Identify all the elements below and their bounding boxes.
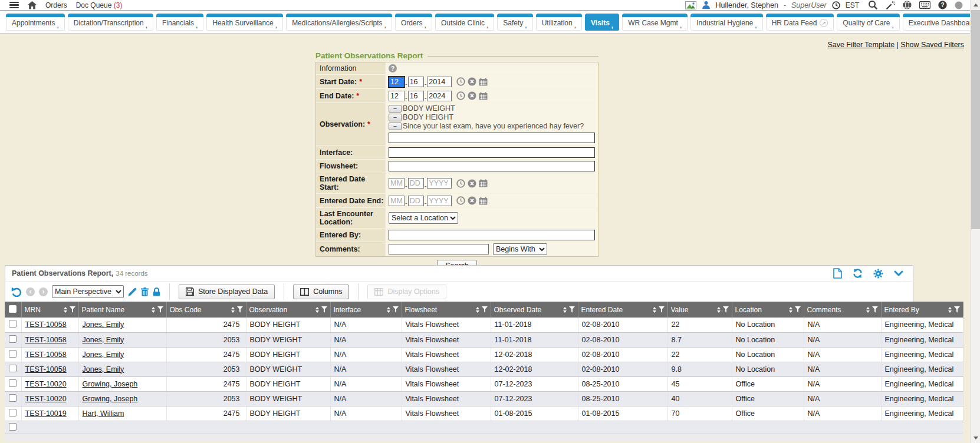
tab-safety[interactable]: Safety, (497, 14, 532, 31)
filter-icon[interactable] (659, 306, 665, 313)
time-icon[interactable] (456, 179, 465, 188)
refresh-icon[interactable] (853, 269, 863, 278)
filter-icon[interactable] (237, 306, 243, 313)
clear-date-icon[interactable] (468, 91, 476, 100)
entered-date-start-day-input[interactable] (408, 178, 424, 189)
tab-hr-data-feed[interactable]: HR Data Feed↗ (766, 14, 834, 31)
sort-icon[interactable] (387, 307, 390, 313)
filter-icon[interactable] (70, 306, 75, 313)
clear-date-icon[interactable] (468, 196, 476, 205)
remove-observation-button[interactable]: − (389, 105, 402, 113)
column-header-interface[interactable]: Interface (330, 302, 402, 318)
store-displayed-data-button[interactable]: Store Displayed Data (179, 285, 275, 299)
entered-date-end-month-input[interactable] (389, 196, 405, 206)
end-date-month-input[interactable] (389, 91, 405, 101)
lock-perspective-icon[interactable] (153, 287, 160, 296)
column-header-flowsheet[interactable]: Flowsheet (402, 302, 491, 318)
scrollbar-thumb[interactable] (971, 10, 980, 229)
row-checkbox[interactable] (9, 365, 17, 372)
patient-name-link[interactable]: Growing, Joseph (83, 380, 138, 388)
calendar-icon[interactable] (479, 197, 488, 205)
patient-name-link[interactable]: Growing, Joseph (83, 395, 138, 403)
sort-icon[interactable] (64, 307, 67, 313)
patient-name-link[interactable]: Hart, William (83, 409, 124, 418)
clear-date-icon[interactable] (468, 77, 476, 86)
mrn-link[interactable]: TEST-10058 (25, 351, 67, 359)
filter-icon[interactable] (321, 306, 327, 313)
row-checkbox[interactable] (9, 394, 17, 402)
tab-appointments[interactable]: Appointments, (6, 14, 65, 31)
topbar-link-orders[interactable]: Orders (45, 1, 67, 9)
save-filter-template-link[interactable]: Save Filter Template (827, 41, 895, 49)
mrn-link[interactable]: TEST-10020 (25, 380, 67, 388)
tab-medications-allergies-scripts[interactable]: Medications/Allergies/Scripts, (286, 14, 392, 31)
sort-icon[interactable] (866, 307, 870, 313)
entered-by-input[interactable] (389, 230, 595, 240)
tab-utilization[interactable]: Utilization, (536, 14, 582, 31)
perspective-select[interactable]: Main Perspective (52, 285, 124, 298)
page-scrollbar[interactable] (970, 0, 980, 443)
keyboard-icon[interactable] (919, 1, 930, 9)
remove-observation-button[interactable]: − (389, 123, 402, 130)
sort-icon[interactable] (231, 307, 235, 313)
time-icon[interactable] (456, 91, 465, 100)
entered-date-start-month-input[interactable] (389, 178, 405, 189)
filter-icon[interactable] (954, 306, 960, 313)
horizontal-scrollbar[interactable] (5, 434, 963, 441)
entered-date-end-year-input[interactable] (427, 196, 452, 206)
select-all-checkbox[interactable] (9, 305, 17, 313)
row-checkbox[interactable] (9, 320, 17, 328)
topbar-link-doc-queue[interactable]: Doc Queue (3) (76, 1, 123, 9)
wand-icon[interactable] (886, 1, 895, 10)
show-saved-filters-link[interactable]: Show Saved Filters (900, 41, 964, 49)
patient-name-link[interactable]: Jones, Emily (83, 320, 124, 329)
patient-name-link[interactable]: Jones, Emily (83, 351, 124, 359)
previous-perspective-icon[interactable]: ‹ (26, 287, 35, 296)
new-document-icon[interactable] (833, 268, 842, 279)
mrn-link[interactable]: TEST-10058 (25, 336, 67, 344)
flowsheet-input[interactable] (389, 161, 595, 171)
scroll-down-icon[interactable] (971, 433, 980, 443)
time-icon[interactable] (456, 77, 465, 86)
mrn-link[interactable]: TEST-10058 (25, 320, 67, 329)
time-icon[interactable] (456, 196, 465, 205)
interface-input[interactable] (389, 147, 595, 158)
column-header-comments[interactable]: Comments (804, 302, 881, 318)
patient-name-link[interactable]: Jones, Emily (83, 336, 124, 344)
sort-icon[interactable] (315, 307, 319, 313)
sort-icon[interactable] (948, 307, 952, 313)
screenshot-icon[interactable] (685, 1, 696, 9)
comments-match-select[interactable]: Begins With (493, 243, 547, 255)
globe-icon[interactable] (903, 1, 912, 9)
mrn-link[interactable]: TEST-10020 (25, 395, 67, 403)
filter-icon[interactable] (872, 306, 878, 313)
column-header-observed-date[interactable]: Observed Date (491, 302, 578, 318)
patient-name-link[interactable]: Jones, Emily (83, 365, 124, 373)
sort-icon[interactable] (563, 307, 567, 313)
clear-date-icon[interactable] (468, 179, 476, 188)
sort-icon[interactable] (152, 307, 155, 313)
columns-button[interactable]: Columns (293, 285, 349, 299)
sort-icon[interactable] (476, 307, 479, 313)
filter-icon[interactable] (569, 306, 575, 313)
tab-dictation-transcription[interactable]: Dictation/Transcription, (68, 14, 153, 31)
tab-wr-case-mgmt[interactable]: WR Case Mgmt, (622, 14, 688, 31)
help-icon[interactable]: ? (938, 1, 947, 9)
start-date-day-input[interactable] (408, 77, 424, 87)
end-date-day-input[interactable] (408, 91, 424, 101)
collapse-chevron-icon[interactable] (894, 270, 903, 276)
tab-executive-dashboard[interactable]: Executive Dashboard↗ (903, 14, 980, 31)
home-icon[interactable] (28, 1, 37, 9)
comments-input[interactable] (389, 244, 489, 254)
sort-icon[interactable] (789, 307, 792, 313)
column-header-location[interactable]: Location (732, 302, 804, 318)
column-header-obs-code[interactable]: Obs Code (166, 302, 246, 318)
start-date-year-input[interactable] (427, 77, 452, 87)
filter-icon[interactable] (157, 306, 163, 313)
user-icon[interactable] (702, 1, 711, 9)
edit-perspective-icon[interactable] (128, 287, 137, 296)
mrn-link[interactable]: TEST-10019 (25, 409, 67, 418)
filter-icon[interactable] (393, 306, 399, 313)
row-checkbox[interactable] (9, 335, 17, 343)
column-header-mrn[interactable]: MRN (21, 302, 78, 318)
